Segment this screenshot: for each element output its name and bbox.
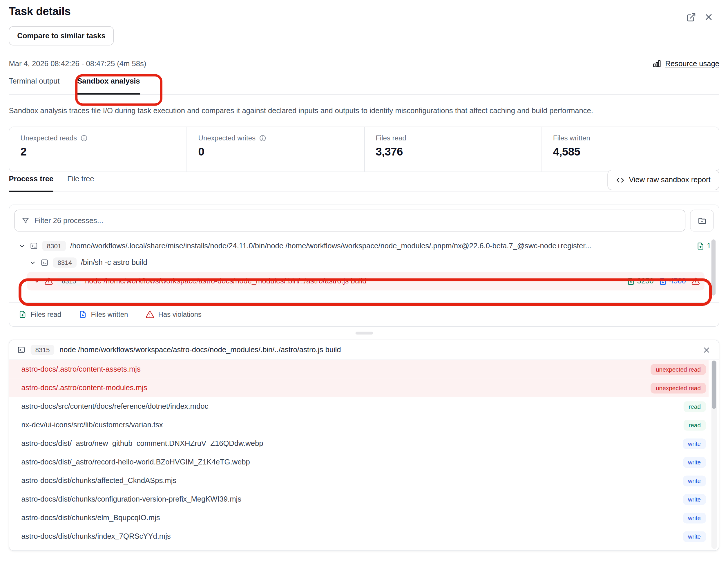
page-title: Task details [9, 4, 719, 19]
panel-resize-handle[interactable] [355, 332, 373, 335]
stat-value: 4,585 [553, 145, 708, 158]
file-access-badge: unexpected read [651, 364, 706, 375]
stat-value: 3,376 [376, 145, 530, 158]
file-access-badge: read [684, 401, 706, 412]
filter-icon [21, 216, 30, 225]
bar-chart-icon [653, 59, 661, 68]
process-command: /home/workflows/.local/share/mise/instal… [70, 242, 693, 250]
resource-usage-link[interactable]: Resource usage [653, 59, 719, 68]
close-icon[interactable] [702, 345, 711, 354]
info-icon[interactable] [259, 134, 266, 142]
file-row: astro-docs/src/content/docs/reference/do… [9, 397, 709, 416]
compare-to-similar-tasks-button[interactable]: Compare to similar tasks [9, 26, 114, 46]
stat-unexpected-writes: Unexpected writes 0 [187, 127, 364, 172]
file-path: astro-docs/src/content/docs/reference/do… [21, 402, 684, 411]
detail-command: node /home/workflows/workspace/astro-doc… [59, 346, 341, 354]
info-icon[interactable] [80, 134, 88, 142]
tab-file-tree[interactable]: File tree [67, 174, 94, 192]
file-arrow-down-icon [659, 277, 667, 285]
stat-label: Unexpected writes [198, 134, 256, 142]
stat-value: 0 [198, 145, 353, 158]
process-filter-input[interactable] [34, 216, 678, 225]
file-access-badge: write [683, 494, 706, 505]
file-row: astro-docs/dist/_astro/new_github_commen… [9, 434, 709, 453]
view-raw-label: View raw sandbox report [629, 176, 710, 184]
file-row: astro-docs/dist/_astro/record-hello-worl… [9, 453, 709, 471]
file-path: astro-docs/.astro/content-modules.mjs [21, 384, 651, 392]
file-path: astro-docs/dist/chunks/configuration-ver… [21, 495, 683, 504]
file-arrow-down-icon [79, 310, 87, 318]
legend-files-read: Files read [19, 310, 61, 318]
file-path: astro-docs/dist/_astro/record-hello-worl… [21, 458, 683, 466]
resource-usage-label: Resource usage [665, 59, 719, 68]
files-written-count: 4560 [659, 277, 686, 285]
process-row-8315[interactable]: 8315 node /home/workflows/workspace/astr… [27, 272, 705, 290]
legend-files-written: Files written [79, 310, 128, 318]
collapse-all-button[interactable] [690, 210, 714, 231]
sandbox-analysis-description: Sandbox analysis traces file I/O during … [9, 106, 719, 116]
chevron-down-icon[interactable] [29, 259, 36, 266]
tab-sandbox-analysis[interactable]: Sandbox analysis [77, 76, 140, 95]
view-raw-sandbox-report-button[interactable]: View raw sandbox report [608, 170, 719, 190]
files-read-count: 3250 [627, 277, 653, 285]
file-access-badge: write [683, 513, 706, 523]
process-tree-panel: 8301 /home/workflows/.local/share/mise/i… [9, 205, 719, 327]
file-access-badge: read [684, 420, 706, 430]
file-path: astro-docs/dist/chunks/index_7QRScYYd.mj… [21, 532, 683, 541]
file-access-badge: write [683, 438, 706, 449]
files-read-count: 1 [697, 242, 711, 250]
folder-minus-icon [697, 216, 707, 225]
main-tabs: Terminal output Sandbox analysis [9, 76, 719, 95]
terminal-icon [40, 258, 49, 267]
file-access-badge: write [683, 475, 706, 486]
process-tree-rows: 8301 /home/workflows/.local/share/mise/i… [9, 231, 719, 302]
file-row: astro-docs/.astro/content-assets.mjs une… [9, 360, 709, 379]
file-row: astro-docs/dist/chunks/elm_BqupcqIO.mjs … [9, 509, 709, 527]
warning-triangle-icon [691, 277, 700, 285]
tree-legend: Files read Files written Has violations [9, 302, 719, 326]
task-details-panel: Task details Compare to similar tasks Ma… [0, 0, 728, 568]
chevron-down-icon[interactable] [19, 243, 26, 249]
stat-files-read: Files read 3,376 [364, 127, 542, 172]
file-path: astro-docs/dist/chunks/affected_CkndASps… [21, 477, 683, 485]
process-row-8314[interactable]: 8314 /bin/sh -c astro build [13, 254, 711, 271]
file-path: astro-docs/dist/chunks/elm_BqupcqIO.mjs [21, 514, 683, 522]
chevron-down-icon[interactable] [33, 278, 40, 285]
warning-triangle-icon [45, 277, 53, 285]
legend-has-violations: Has violations [146, 310, 202, 319]
open-in-new-icon[interactable] [686, 12, 696, 22]
file-row: astro-docs/dist/chunks/affected_CkndASps… [9, 471, 709, 490]
file-row: nx-dev/ui-icons/src/lib/customers/varian… [9, 416, 709, 434]
detail-scrollbar-thumb[interactable] [712, 361, 716, 409]
stats-cards: Unexpected reads 2 Unexpected writes 0 F… [9, 126, 719, 172]
stat-files-written: Files written 4,585 [542, 127, 719, 172]
file-access-badge: write [683, 457, 706, 468]
process-row-8301[interactable]: 8301 /home/workflows/.local/share/mise/i… [13, 238, 711, 254]
pid-badge: 8315 [57, 276, 81, 286]
tree-scrollbar[interactable] [711, 239, 716, 296]
stat-label: Files read [376, 134, 406, 142]
file-path: nx-dev/ui-icons/src/lib/customers/varian… [21, 421, 684, 429]
file-access-list: astro-docs/.astro/content-assets.mjs une… [9, 360, 719, 550]
terminal-icon [17, 346, 26, 354]
stat-value: 2 [20, 145, 175, 158]
warning-triangle-icon [146, 310, 154, 319]
file-path: astro-docs/dist/_astro/new_github_commen… [21, 439, 683, 448]
file-access-badge: unexpected read [651, 383, 706, 393]
file-path: astro-docs/.astro/content-assets.mjs [21, 365, 651, 374]
stat-unexpected-reads: Unexpected reads 2 [9, 127, 187, 172]
tab-process-tree[interactable]: Process tree [9, 174, 53, 192]
process-command: /bin/sh -c astro build [81, 258, 711, 267]
file-row: astro-docs/.astro/content-modules.mjs un… [9, 379, 709, 397]
process-detail-panel: 8315 node /home/workflows/workspace/astr… [9, 340, 719, 551]
tab-terminal-output[interactable]: Terminal output [9, 76, 59, 95]
pid-badge: 8301 [42, 241, 66, 251]
close-icon[interactable] [704, 12, 714, 22]
pid-badge: 8314 [53, 258, 77, 268]
file-arrow-up-icon [697, 242, 705, 250]
file-arrow-up-icon [627, 277, 635, 285]
file-arrow-up-icon [19, 310, 26, 318]
stat-label: Unexpected reads [20, 134, 77, 142]
file-row: astro-docs/dist/chunks/configuration-ver… [9, 490, 709, 509]
process-filter [15, 210, 686, 231]
